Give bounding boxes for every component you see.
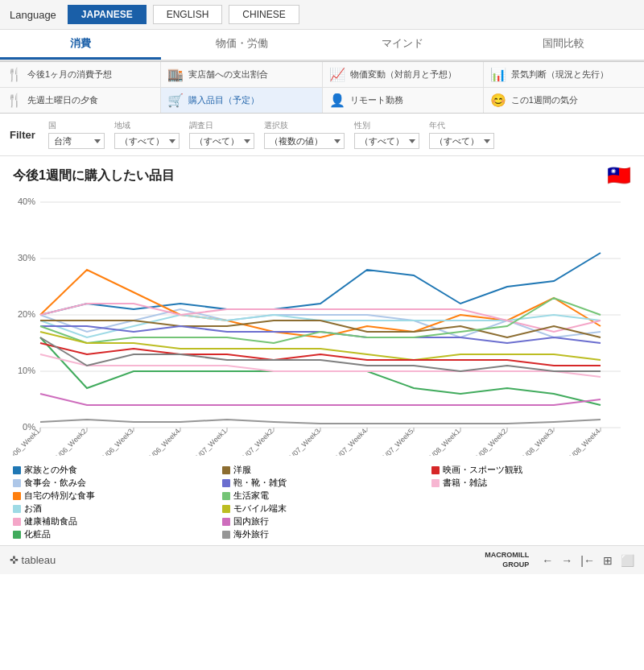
svg-text:21/06_Week4: 21/06_Week4: [144, 427, 181, 456]
legend-dot-kaban: [222, 479, 230, 487]
filter-group-sentakushi: 選択肢 （複数の値）: [264, 120, 345, 149]
icon-cell-3[interactable]: 📈 物価変動（対前月と予想）: [323, 62, 483, 87]
svg-text:21/08_Week1: 21/08_Week1: [424, 427, 461, 456]
legend-item-youfuku: 洋服: [222, 465, 422, 476]
store-icon: 🏬: [167, 67, 184, 82]
legend-dot-shoseki: [431, 479, 440, 487]
line-kokunai: [40, 394, 601, 405]
legend-item-empty2: [431, 503, 631, 515]
taiwan-flag: 🇹🇼: [607, 164, 631, 187]
cart-icon: 🛒: [167, 93, 184, 108]
macromill-logo: MACROMILL GROUP: [485, 551, 529, 569]
legend-label-keshouhin: 化粧品: [24, 529, 51, 540]
lang-chinese-button[interactable]: CHINESE: [229, 5, 299, 24]
nav-grid[interactable]: ⊞: [603, 554, 613, 567]
legend-label-youfuku: 洋服: [233, 465, 251, 476]
filter-label-kuni: 国: [48, 120, 105, 131]
fork-icon-1: 🍴: [6, 67, 23, 82]
legend-item-kokunai: 国内旅行: [222, 516, 422, 527]
icon-cell-label-4: 景気判断（現況と先行）: [511, 68, 609, 81]
bottom-nav: ← → |← ⊞ ⬜: [542, 554, 634, 567]
nav-forward[interactable]: →: [561, 554, 572, 567]
tab-mind[interactable]: マインド: [322, 30, 483, 60]
lang-english-button[interactable]: ENGLISH: [153, 5, 223, 24]
svg-text:30%: 30%: [18, 253, 35, 263]
legend-label-kaban: 鞄・靴・雑貨: [233, 478, 287, 489]
svg-text:21/07_Week5: 21/07_Week5: [378, 427, 415, 456]
legend-label-shoseki: 書籍・雑誌: [443, 478, 487, 489]
person-icon: 👤: [329, 93, 345, 108]
legend-label-osake: お酒: [24, 503, 42, 515]
tab-bukka[interactable]: 物価・労働: [161, 30, 322, 60]
legend-dot-kenkou: [13, 518, 21, 526]
svg-text:10%: 10%: [18, 366, 35, 375]
filter-select-chosabi[interactable]: （すべて）: [189, 133, 254, 149]
nav-fullscreen[interactable]: ⬜: [621, 554, 634, 567]
legend-item-keshouhin: 化粧品: [13, 529, 213, 540]
filter-group-chiiki: 地域 （すべて）: [114, 120, 180, 149]
legend-item-shoseki: 書籍・雑誌: [431, 478, 631, 489]
nav-first[interactable]: |←: [580, 554, 595, 567]
legend-item-kaban: 鞄・靴・雑貨: [222, 478, 422, 489]
nav-tabs: 消費 物価・労働 マインド 国間比較: [0, 30, 644, 61]
icon-cell-label-6: 購入品目（予定）: [188, 94, 259, 106]
icon-cell-4[interactable]: 📊 景気判断（現況と先行）: [484, 62, 644, 87]
legend-dot-eiga: [431, 466, 440, 474]
filter-select-nendai[interactable]: （すべて）: [429, 133, 494, 149]
icon-grid: 🍴 今後1ヶ月の消費予想 🏬 実店舗への支出割合 📈 物価変動（対前月と予想） …: [0, 61, 644, 114]
icon-cell-label-2: 実店舗への支出割合: [188, 68, 268, 81]
icon-cell-2[interactable]: 🏬 実店舗への支出割合: [161, 62, 321, 87]
smile-icon: 😊: [490, 93, 506, 108]
icon-cell-5[interactable]: 🍴 先週土曜日の夕食: [0, 88, 160, 113]
icon-cell-6[interactable]: 🛒 購入品目（予定）: [161, 88, 321, 113]
legend-label-jitaku: 自宅の特別な食事: [24, 490, 95, 502]
svg-text:21/06_Week3: 21/06_Week3: [97, 427, 134, 456]
filter-select-sentakushi[interactable]: （複数の値）: [264, 133, 345, 149]
nav-back[interactable]: ←: [542, 554, 553, 567]
filter-select-seibetsu[interactable]: （すべて）: [354, 133, 419, 149]
legend-label-kazoku: 家族との外食: [24, 465, 77, 476]
legend-dot-jitaku: [13, 492, 21, 500]
chart-svg-wrap: 40% 30% 20% 10% 0%: [13, 190, 631, 458]
chart-container: 今後1週間に購入したい品目 🇹🇼 40% 30% 20% 10% 0%: [0, 156, 644, 461]
svg-text:21/08_Week3: 21/08_Week3: [518, 427, 555, 456]
tab-shohi[interactable]: 消費: [0, 30, 161, 60]
filter-select-kuni[interactable]: 台湾: [48, 133, 105, 149]
filter-select-chiiki[interactable]: （すべて）: [114, 133, 180, 149]
bottom-bar: ✜ tableau MACROMILL GROUP ← → |← ⊞ ⬜: [0, 545, 644, 574]
chart-title: 今後1週間に購入したい品目: [13, 168, 175, 184]
filter-label-seibetsu: 性別: [354, 120, 419, 131]
icon-cell-8[interactable]: 😊 この1週間の気分: [484, 88, 644, 113]
line-mobile: [40, 332, 601, 360]
legend-item-kaigai: 海外旅行: [222, 529, 422, 540]
lang-japanese-button[interactable]: JAPANESE: [68, 5, 147, 24]
chart-up-icon: 📈: [329, 67, 345, 82]
legend-label-mobile: モバイル端末: [233, 503, 287, 515]
legend-dot-keshouhin: [13, 531, 21, 539]
legend-item-kazoku: 家族との外食: [13, 465, 213, 476]
chart-legend: 家族との外食 洋服 映画・スポーツ観戦 食事会・飲み会 鞄・靴・雑貨 書籍・雑誌…: [0, 461, 644, 544]
icon-cell-label-8: この1週間の気分: [511, 94, 578, 106]
line-osake: [40, 315, 601, 337]
legend-dot-kokunai: [222, 518, 230, 526]
svg-text:21/07_Week1: 21/07_Week1: [191, 427, 228, 456]
svg-text:21/08_Week2: 21/08_Week2: [471, 427, 508, 456]
legend-label-kaigai: 海外旅行: [233, 529, 269, 540]
svg-text:21/07_Week4: 21/07_Week4: [331, 427, 368, 456]
svg-text:21/07_Week3: 21/07_Week3: [284, 427, 321, 456]
bar-chart-icon: 📊: [490, 67, 506, 82]
svg-text:20%: 20%: [18, 309, 35, 319]
icon-cell-1[interactable]: 🍴 今後1ヶ月の消費予想: [0, 62, 160, 87]
filter-label-chiiki: 地域: [114, 120, 180, 131]
filter-row: Filter 国 台湾 地域 （すべて） 調査日 （すべて） 選択肢 （複数の値…: [0, 114, 644, 156]
legend-item-denka: 生活家電: [222, 490, 422, 502]
legend-dot-youfuku: [222, 466, 230, 474]
legend-label-eiga: 映画・スポーツ観戦: [443, 465, 522, 476]
icon-cell-7[interactable]: 👤 リモート勤務: [323, 88, 483, 113]
svg-text:21/08_Week4: 21/08_Week4: [564, 427, 601, 456]
filter-group-nendai: 年代 （すべて）: [429, 120, 494, 149]
chart-title-row: 今後1週間に購入したい品目 🇹🇼: [13, 164, 631, 187]
tab-kokkan[interactable]: 国間比較: [483, 30, 644, 60]
legend-label-kenkou: 健康補助食品: [24, 516, 77, 527]
legend-dot-kaigai: [222, 531, 230, 539]
